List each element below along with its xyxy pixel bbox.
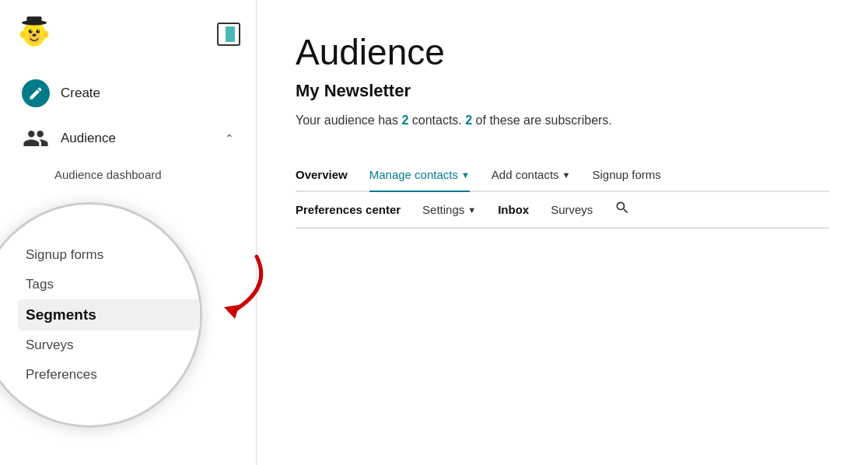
add-contacts-caret: ▼: [562, 170, 571, 180]
spotlight-item-signup[interactable]: Signup forms: [26, 240, 200, 270]
contact-count: 2: [401, 114, 408, 127]
sub-nav: Audience dashboard: [0, 162, 256, 187]
sidebar-header: [0, 0, 256, 62]
sidebar-toggle-button[interactable]: [217, 23, 240, 46]
spotlight-circle: Signup forms Tags Segments Surveys Prefe…: [0, 202, 202, 428]
audience-description: Your audience has 2 contacts. 2 of these…: [296, 114, 829, 128]
tab-add-contacts[interactable]: Add contacts ▼: [492, 159, 571, 192]
audience-chevron-icon: ⌃: [225, 132, 234, 145]
sidebar-toggle-icon: [226, 26, 235, 42]
sidebar: Create Audience ⌃ Audience dashboard Sig…: [0, 0, 257, 465]
newsletter-title: My Newsletter: [296, 81, 829, 101]
svg-marker-13: [224, 305, 240, 319]
sub-nav-item-dashboard[interactable]: Audience dashboard: [54, 162, 256, 187]
create-icon: [22, 79, 50, 107]
tab-row-1: Overview Manage contacts ▼ Add contacts …: [296, 159, 829, 192]
search-icon[interactable]: [614, 192, 630, 227]
svg-point-10: [33, 34, 37, 37]
tab-overview[interactable]: Overview: [296, 159, 348, 192]
manage-contacts-caret: ▼: [461, 170, 470, 180]
svg-point-3: [21, 32, 25, 37]
spotlight-item-surveys[interactable]: Surveys: [26, 330, 200, 360]
tab-inbox[interactable]: Inbox: [498, 194, 529, 227]
settings-caret: ▼: [467, 205, 476, 215]
svg-point-5: [27, 31, 41, 44]
tab-settings[interactable]: Settings ▼: [422, 194, 476, 227]
audience-icon: [22, 124, 50, 152]
tab-preferences-center[interactable]: Preferences center: [296, 194, 401, 227]
svg-point-6: [29, 30, 33, 33]
svg-point-8: [30, 30, 32, 32]
svg-point-4: [44, 32, 47, 37]
svg-point-9: [38, 30, 40, 32]
spotlight-item-preferences[interactable]: Preferences: [26, 360, 200, 390]
tabs-wrapper: Overview Manage contacts ▼ Add contacts …: [296, 159, 829, 229]
tab-surveys[interactable]: Surveys: [551, 194, 593, 227]
sidebar-item-create[interactable]: Create: [6, 72, 250, 115]
tab-row-2: Preferences center Settings ▼ Inbox Surv…: [296, 192, 829, 229]
sidebar-nav: Create Audience ⌃ Audience dashboard: [0, 62, 256, 195]
spotlight-item-segments[interactable]: Segments: [18, 299, 200, 330]
main-content: Audience My Newsletter Your audience has…: [257, 0, 868, 465]
spotlight-item-tags[interactable]: Tags: [26, 270, 200, 299]
sidebar-item-audience[interactable]: Audience ⌃: [6, 117, 250, 160]
svg-point-7: [36, 30, 40, 33]
subscriber-count: 2: [465, 114, 472, 127]
audience-label: Audience: [61, 131, 116, 146]
tab-manage-contacts[interactable]: Manage contacts ▼: [369, 159, 470, 192]
create-label: Create: [61, 86, 100, 101]
mailchimp-logo: [16, 14, 53, 54]
tab-signup-forms[interactable]: Signup forms: [592, 159, 660, 192]
svg-rect-12: [26, 16, 41, 24]
page-title: Audience: [296, 31, 829, 73]
